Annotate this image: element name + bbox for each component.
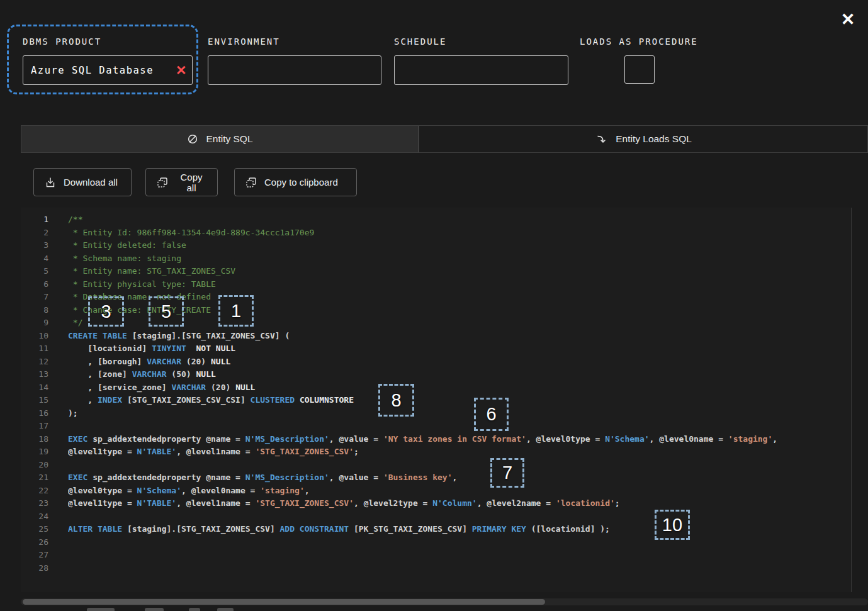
tab-entity-loads-sql[interactable]: Entity Loads SQL (419, 125, 868, 153)
copy-to-clipboard-label: Copy to clipboard (264, 177, 338, 188)
environment-label: ENVIRONMENT (208, 36, 280, 47)
line-numbers: 1234567891011121314151617181920212223242… (21, 208, 68, 592)
line-number: 16 (21, 407, 68, 420)
clear-selection-icon[interactable]: ✕ (176, 64, 187, 77)
line-number: 17 (21, 420, 68, 433)
copy-icon (156, 176, 169, 189)
line-number: 9 (21, 317, 68, 330)
code-line: * Entity name: STG_TAXI_ZONES_CSV (68, 265, 777, 278)
download-all-label: Download all (64, 177, 118, 188)
code-line: , [borough] VARCHAR (20) NULL (68, 356, 777, 369)
line-number: 10 (21, 330, 68, 343)
code-line: * Schema name: staging (68, 252, 777, 266)
code-line: , [zone] VARCHAR (50) NULL (68, 368, 777, 381)
line-number: 28 (21, 562, 68, 575)
code-line: /** (68, 213, 777, 227)
line-number: 2 (21, 227, 68, 240)
background-ui-fragment (217, 608, 234, 611)
horizontal-scrollbar-thumb[interactable] (23, 599, 545, 605)
line-number: 19 (21, 446, 68, 459)
line-number: 8 (21, 304, 68, 317)
code-line: ALTER TABLE [staging].[STG_TAXI_ZONES_CS… (68, 523, 777, 536)
line-number: 24 (21, 510, 68, 524)
code-line: @level1type = N'TABLE', @level1name = 'S… (68, 497, 777, 510)
schedule-label: SCHEDULE (394, 36, 446, 47)
code-lines: /** * Entity Id: 986ff984-1354-4e9d-889c… (68, 208, 777, 592)
line-number: 18 (21, 433, 68, 446)
line-number: 12 (21, 356, 68, 369)
background-ui-fragment (189, 608, 200, 611)
line-number: 23 (21, 497, 68, 510)
code-line: */ (68, 317, 777, 330)
code-line: @level0type = N'Schema', @level0name = '… (68, 485, 777, 498)
copy-icon (245, 176, 257, 189)
export-sql-dialog: ✕ DBMS PRODUCT ✕ ENVIRONMENT SCHEDULE LO… (0, 0, 868, 611)
background-ui-fragment (87, 608, 115, 611)
code-line: * Change case: ENTITY_CREATE (68, 304, 777, 317)
line-number: 4 (21, 252, 68, 266)
schedule-input[interactable] (394, 55, 568, 85)
line-number: 13 (21, 368, 68, 381)
code-line (68, 549, 777, 562)
line-number: 14 (21, 381, 68, 395)
close-icon[interactable]: ✕ (836, 8, 860, 31)
line-number: 15 (21, 394, 68, 407)
curved-down-arrow-icon (595, 132, 609, 146)
code-line: @level1type = N'TABLE', @level1name = 'S… (68, 446, 777, 459)
horizontal-scrollbar (21, 598, 868, 605)
tab-entity-loads-sql-label: Entity Loads SQL (616, 133, 692, 145)
line-number: 25 (21, 523, 68, 536)
line-number: 22 (21, 485, 68, 498)
line-number: 20 (21, 459, 68, 472)
line-number: 1 (21, 213, 68, 227)
dbms-product-label: DBMS PRODUCT (23, 36, 101, 47)
slashed-circle-icon (186, 133, 199, 145)
line-number: 11 (21, 342, 68, 356)
code-line: * Entity Id: 986ff984-1354-4e9d-889c-34c… (68, 227, 777, 240)
code-line: ); (68, 407, 777, 420)
line-number: 3 (21, 239, 68, 252)
copy-all-button[interactable]: Copy all (145, 168, 218, 196)
code-line (68, 420, 777, 433)
sql-code-editor[interactable]: 1234567891011121314151617181920212223242… (21, 208, 852, 592)
copy-all-label: Copy all (176, 172, 207, 193)
code-line (68, 510, 777, 524)
code-line: * Database name: not defined (68, 291, 777, 304)
code-line: , [service_zone] VARCHAR (20) NULL (68, 381, 777, 395)
line-number: 7 (21, 291, 68, 304)
code-line (68, 459, 777, 472)
code-line: * Entity physical type: TABLE (68, 278, 777, 291)
code-line (68, 562, 777, 575)
code-line: EXEC sp_addextendedproperty @name = N'MS… (68, 433, 777, 446)
tab-entity-sql[interactable]: Entity SQL (21, 125, 419, 153)
code-line: CREATE TABLE [staging].[STG_TAXI_ZONES_C… (68, 330, 777, 343)
line-number: 6 (21, 278, 68, 291)
code-line: * Entity deleted: false (68, 239, 777, 252)
copy-to-clipboard-button[interactable]: Copy to clipboard (234, 168, 357, 196)
environment-input[interactable] (208, 55, 381, 85)
tab-entity-sql-label: Entity SQL (206, 133, 252, 145)
line-number: 27 (21, 549, 68, 562)
download-all-button[interactable]: Download all (33, 168, 132, 196)
line-number: 26 (21, 536, 68, 549)
line-number: 5 (21, 265, 68, 278)
line-number: 21 (21, 471, 68, 485)
code-line: , INDEX [STG_TAXI_ZONES_CSV_CSI] CLUSTER… (68, 394, 777, 407)
code-line: EXEC sp_addextendedproperty @name = N'MS… (68, 471, 777, 485)
dbms-product-input[interactable] (23, 55, 193, 85)
download-icon (44, 176, 57, 189)
background-ui-fragment (145, 608, 164, 611)
loads-as-procedure-checkbox[interactable] (624, 55, 655, 84)
code-line: [locationid] TINYINT NOT NULL (68, 342, 777, 356)
loads-as-procedure-label: LOADS AS PROCEDURE (580, 36, 698, 47)
code-line (68, 536, 777, 549)
